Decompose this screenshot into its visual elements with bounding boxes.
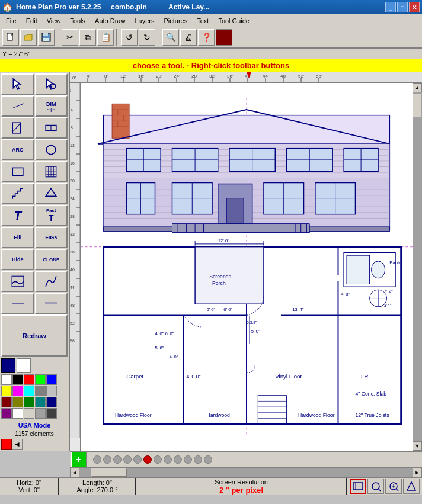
maximize-button[interactable]: □ [397,2,408,12]
tool-roof[interactable] [35,183,68,204]
layer-dot-8[interactable] [164,455,172,464]
view-btn-3[interactable] [385,479,402,494]
blueprint-canvas[interactable]: Screened Porch 12' 0" 6' 0" 6' 0" 13' 4" [81,83,413,451]
tool-stair[interactable] [1,183,34,204]
layer-dot-1[interactable] [93,455,101,464]
menu-toolguide[interactable]: Tool Guide [213,16,254,25]
layer-dot-active[interactable] [143,455,152,464]
menu-layers[interactable]: Layers [130,16,159,25]
tool-line[interactable] [1,95,34,117]
color-maroon[interactable] [1,397,12,407]
menu-view[interactable]: View [42,16,66,25]
svg-text:20': 20' [156,73,162,79]
nav-scroll-left[interactable]: ◄ [12,439,23,450]
color-dkgray[interactable] [46,408,57,419]
scroll-left-button[interactable]: ◄ [70,468,79,477]
tool-terrain[interactable] [1,271,34,292]
tool-redraw[interactable]: Redraw [1,314,68,357]
view-btn-2[interactable] [367,479,384,494]
color-purple[interactable] [1,408,12,419]
view-btn-4[interactable] [403,479,420,494]
menu-edit[interactable]: Edit [21,16,42,25]
layer-dot-5[interactable] [133,455,142,464]
minimize-button[interactable]: _ [385,2,396,12]
color-ltgray[interactable] [24,408,34,419]
tool-circle[interactable] [35,139,68,160]
tool-line2[interactable] [1,293,34,314]
layer-dot-7[interactable] [154,455,162,464]
layer-dot-2[interactable] [103,455,111,464]
tb-paste[interactable]: 📋 [97,29,114,46]
layer-dot-4[interactable] [123,455,132,464]
add-layer-button[interactable]: + [71,452,87,467]
tool-select[interactable] [1,73,34,95]
lt-row-4: ARC [1,139,68,160]
color-silver[interactable] [46,386,57,396]
layer-dot-12[interactable] [204,455,212,464]
scroll-bar-horizontal[interactable]: ◄ ► [70,467,422,477]
svg-text:4' 8": 4' 8" [341,291,350,297]
tool-dim[interactable]: DIM ←|→ [35,95,68,117]
tool-door[interactable] [1,117,34,139]
color-magenta[interactable] [12,386,23,396]
layer-dot-3[interactable] [113,455,122,464]
menu-tools[interactable]: Tools [65,16,90,25]
scroll-track-v[interactable] [413,92,422,441]
color-blue[interactable] [46,374,57,385]
scroll-track-h[interactable] [79,468,413,477]
scroll-bar-vertical[interactable]: ▲ ▼ [413,83,422,451]
menu-text[interactable]: Text [192,16,213,25]
layer-dot-10[interactable] [184,455,192,464]
layer-dot-9[interactable] [174,455,182,464]
scroll-right-button[interactable]: ► [413,468,422,477]
tb-cut[interactable]: ✂ [62,29,78,46]
menu-autodraw[interactable]: Auto Draw [90,16,130,25]
color-yellow[interactable] [1,386,12,396]
tool-select2[interactable] [35,73,68,95]
bg-color[interactable] [17,358,31,373]
color-green[interactable] [24,397,34,407]
ruler-v-svg: 0 4' 8' 12' 16' 20' 24' 28' 32' [70,83,81,438]
tool-text[interactable]: T [1,205,34,226]
scroll-up-button[interactable]: ▲ [413,83,422,92]
color-teal[interactable] [35,397,46,407]
tool-rect[interactable] [1,161,34,182]
menu-pictures[interactable]: Pictures [159,16,192,25]
close-button[interactable]: ✕ [409,2,420,12]
tool-clone[interactable]: CLONE [35,249,68,270]
tb-print[interactable]: 🖨 [180,29,197,46]
fg-color[interactable] [1,358,15,373]
menu-file[interactable]: File [1,16,21,25]
tool-hide[interactable]: Hide [1,249,34,270]
tool-fill[interactable]: Fill [1,227,34,248]
tool-line3[interactable] [35,293,68,314]
tb-open[interactable] [20,29,37,46]
tool-window[interactable] [35,117,68,139]
tool-figs[interactable]: FIGs [35,227,68,248]
color-white2[interactable] [12,408,23,419]
tb-copy[interactable]: ⧉ [79,29,96,46]
tool-hatch[interactable] [35,161,68,182]
tool-curve[interactable] [35,271,68,292]
color-navy[interactable] [46,397,57,407]
color-cyan[interactable] [24,386,34,396]
tb-zoom[interactable]: 🔍 [162,29,179,46]
tb-new[interactable] [2,29,19,46]
view-btn-1[interactable] [350,479,366,494]
color-olive[interactable] [12,397,23,407]
tb-help[interactable]: ❓ [198,29,215,46]
tool-arc[interactable]: ARC [1,139,34,160]
color-midgray[interactable] [35,408,46,419]
color-white[interactable] [1,374,12,385]
tb-color[interactable] [216,29,232,46]
tb-undo[interactable]: ↺ [121,29,138,46]
color-gray[interactable] [35,386,46,396]
tb-save[interactable] [38,29,55,46]
color-black[interactable] [12,374,23,385]
layer-dot-11[interactable] [194,455,202,464]
color-red[interactable] [24,374,34,385]
color-lime[interactable] [35,374,46,385]
tb-redo[interactable]: ↻ [139,29,155,46]
scroll-down-button[interactable]: ▼ [413,441,422,451]
tool-fast-text[interactable]: FastT [35,205,68,226]
